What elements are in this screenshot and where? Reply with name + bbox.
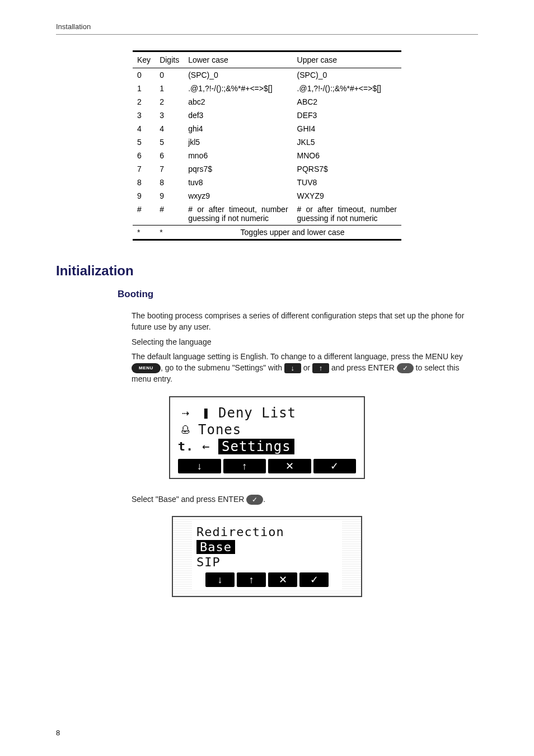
cell: DEF3 — [293, 109, 401, 122]
body: Select "Base" and press ENTER ✓. — [132, 494, 478, 505]
softkey-cancel-icon: ✕ — [268, 572, 297, 587]
cell: .@1,?!-/():;&%*#+<=>$[] — [184, 82, 292, 95]
cell: 0 — [155, 68, 184, 82]
cell: 9 — [155, 189, 184, 203]
softkey-up-icon: ↑ — [237, 572, 266, 587]
table-row: 9 9 wxyz9 WXYZ9 — [133, 189, 401, 203]
lcd-screenshot-settings: ⇢ ❚ Deny List 🕭 Tones t. ← Settings ↓ ↑ … — [169, 396, 365, 479]
menu-key-icon: MENU — [132, 363, 161, 373]
up-arrow-icon: ↑ — [312, 363, 329, 373]
cell: # or after timeout, number guessing if n… — [184, 203, 292, 226]
key-mapping-table: Key Digits Lower case Upper case 0 0 (SP… — [133, 50, 401, 241]
left-arrow-icon: ← — [198, 439, 214, 453]
cell: Toggles upper and lower case — [184, 226, 401, 240]
cell: (SPC)_0 — [293, 68, 401, 82]
cell: 5 — [155, 135, 184, 149]
cell: 8 — [155, 176, 184, 189]
cell: WXYZ9 — [293, 189, 401, 203]
lcd-text: Redirection — [196, 525, 284, 539]
cell: 1 — [133, 82, 155, 95]
cell: .@1,?!-/():;&%*#+<=>$[] — [293, 82, 401, 95]
lcd-row: t. ← Settings — [178, 439, 356, 454]
paragraph: Select "Base" and press ENTER ✓. — [132, 494, 478, 505]
softkey-down-icon: ↓ — [178, 459, 221, 473]
col-digits: Digits — [155, 51, 184, 68]
softkey-cancel-icon: ✕ — [268, 459, 311, 473]
cell: wxyz9 — [184, 189, 292, 203]
cell: 2 — [155, 95, 184, 109]
cell: jkl5 — [184, 135, 292, 149]
text: or — [303, 363, 312, 372]
text: The default language setting is English.… — [132, 352, 463, 361]
paragraph: Selecting the language — [132, 336, 478, 348]
col-key: Key — [133, 51, 155, 68]
enter-key-icon: ✓ — [246, 495, 263, 505]
cell: def3 — [184, 109, 292, 122]
softkey-ok-icon: ✓ — [313, 459, 357, 473]
cell: abc2 — [184, 95, 292, 109]
cell: pqrs7$ — [184, 162, 292, 176]
cell: # — [133, 203, 155, 226]
lcd-text: Deny List — [218, 405, 296, 421]
cell: 2 — [133, 95, 155, 109]
softkey-up-icon: ↑ — [223, 459, 266, 473]
softkey-down-icon: ↓ — [205, 572, 235, 587]
lcd-text-selected: Settings — [218, 439, 294, 454]
col-lower: Lower case — [184, 51, 292, 68]
paragraph: The booting process comprises a series o… — [132, 310, 478, 333]
tone-icon: 🕭 — [178, 422, 194, 436]
cell: 7 — [155, 162, 184, 176]
cell: tuv8 — [184, 176, 292, 189]
cell: 0 — [133, 68, 155, 82]
lcd-row: ⇢ ❚ Deny List — [178, 405, 356, 421]
lcd-text: SIP — [196, 555, 221, 569]
table-row: 5 5 jkl5 JKL5 — [133, 135, 401, 149]
text: Select "Base" and press ENTER — [132, 495, 246, 504]
page: Installation Key Digits Lower case Upper… — [0, 0, 534, 756]
cell: 9 — [133, 189, 155, 203]
page-number: 8 — [56, 729, 60, 737]
cell: ABC2 — [293, 95, 401, 109]
table-row: 4 4 ghi4 GHI4 — [133, 122, 401, 135]
lcd-screenshot-base: Redirection Base SIP ↓ ↑ ✕ ✓ — [172, 516, 362, 597]
paragraph: The default language setting is English.… — [132, 351, 478, 385]
section-title: Initialization — [56, 263, 478, 279]
cell: 1 — [155, 82, 184, 95]
subsection-title: Booting — [118, 289, 478, 300]
table-row: 3 3 def3 DEF3 — [133, 109, 401, 122]
table-row: 0 0 (SPC)_0 (SPC)_0 — [133, 68, 401, 82]
cell: # or after timeout, number guessing if n… — [293, 203, 401, 226]
quote-icon: ❚ — [198, 406, 214, 420]
text: . — [263, 495, 265, 504]
cell: * — [133, 226, 155, 240]
table-row: 1 1 .@1,?!-/():;&%*#+<=>$[] .@1,?!-/():;… — [133, 82, 401, 95]
cell: (SPC)_0 — [184, 68, 292, 82]
lcd-row: 🕭 Tones — [178, 422, 356, 438]
cell: 4 — [133, 122, 155, 135]
cell: 3 — [133, 109, 155, 122]
cell: PQRS7$ — [293, 162, 401, 176]
cell: MNO6 — [293, 149, 401, 162]
cell: * — [155, 226, 184, 240]
softkey-ok-icon: ✓ — [299, 572, 329, 587]
cell: 5 — [133, 135, 155, 149]
arrow-icon: ⇢ — [178, 406, 194, 420]
cell: 3 — [155, 109, 184, 122]
down-arrow-icon: ↓ — [284, 363, 301, 373]
cell: 4 — [155, 122, 184, 135]
cell: 6 — [133, 149, 155, 162]
col-upper: Upper case — [293, 51, 401, 68]
lcd-text: Tones — [198, 422, 241, 438]
cell: 8 — [133, 176, 155, 189]
table-row: 2 2 abc2 ABC2 — [133, 95, 401, 109]
table-row: 6 6 mno6 MNO6 — [133, 149, 401, 162]
cell: ghi4 — [184, 122, 292, 135]
lcd-text-selected: Base — [196, 540, 235, 554]
softkey-bar: ↓ ↑ ✕ ✓ — [178, 459, 356, 473]
lcd-row: SIP — [196, 555, 338, 569]
cell: 6 — [155, 149, 184, 162]
enter-key-icon: ✓ — [397, 363, 414, 373]
cell: # — [155, 203, 184, 226]
cell: mno6 — [184, 149, 292, 162]
cell: 7 — [133, 162, 155, 176]
